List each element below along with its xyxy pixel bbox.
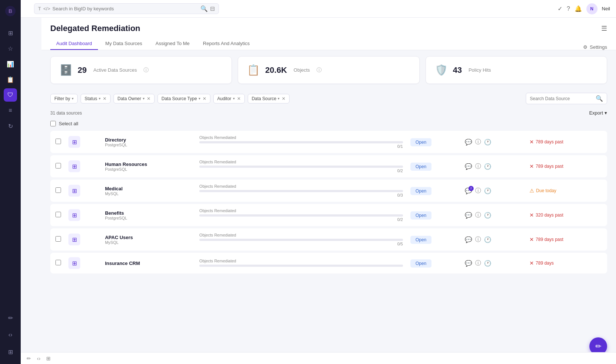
- close-icon[interactable]: ✕: [203, 96, 206, 101]
- close-icon[interactable]: ✕: [237, 96, 241, 101]
- stat-label-policy: Policy Hits: [468, 67, 491, 73]
- avatar[interactable]: N: [586, 3, 598, 14]
- status-badge[interactable]: Open: [410, 211, 431, 220]
- menu-icon[interactable]: ☰: [601, 24, 607, 33]
- settings-button[interactable]: ⚙ Settings: [583, 44, 607, 50]
- row-checkbox[interactable]: [55, 187, 61, 193]
- clock-icon[interactable]: 🕐: [484, 260, 491, 267]
- info-icon[interactable]: ⓘ: [475, 138, 481, 146]
- status-badge[interactable]: Open: [410, 163, 431, 171]
- filter-icon[interactable]: ⊟: [210, 5, 215, 12]
- info-icon-ds[interactable]: ⓘ: [143, 67, 149, 74]
- status-cell: Open: [407, 155, 461, 177]
- topbar-search-container[interactable]: T </> 🔍 ⊟: [34, 3, 219, 14]
- ds-name-cell: APAC Users MySQL: [101, 228, 196, 251]
- sidebar-item-collapse[interactable]: ‹›: [4, 328, 17, 341]
- clock-icon[interactable]: 🕐: [484, 212, 491, 219]
- auditor-filter-label: Auditor: [217, 96, 231, 101]
- filter-by-chip[interactable]: Filter by ▾: [50, 94, 78, 103]
- tab-audit-dashboard[interactable]: Audit Dashboard: [50, 38, 98, 50]
- sidebar-item-refresh[interactable]: ↻: [4, 119, 17, 133]
- sidebar-item-chart[interactable]: 📊: [4, 57, 17, 71]
- select-all-checkbox[interactable]: [50, 121, 56, 126]
- info-icon[interactable]: ⓘ: [475, 211, 481, 219]
- sidebar-item-report[interactable]: 📋: [4, 73, 17, 86]
- sidebar-item-edit[interactable]: ✏: [4, 311, 17, 324]
- clock-icon[interactable]: 🕐: [484, 163, 491, 170]
- info-icon[interactable]: ⓘ: [475, 259, 481, 267]
- close-icon[interactable]: ✕: [282, 96, 285, 101]
- filter-status-chip[interactable]: Status ▾ ✕: [81, 94, 111, 103]
- info-icon[interactable]: ⓘ: [475, 236, 481, 244]
- ds-icon-cell: ⊞: [65, 253, 101, 273]
- comment-icon[interactable]: 💬2: [465, 187, 472, 194]
- clock-icon[interactable]: 🕐: [484, 236, 491, 243]
- arrows-icon[interactable]: ‹›: [37, 356, 40, 361]
- filter-datasource-chip[interactable]: Data Source ▾ ✕: [248, 94, 290, 103]
- help-icon[interactable]: ?: [567, 6, 570, 12]
- tab-my-data-sources[interactable]: My Data Sources: [99, 38, 148, 50]
- bell-icon[interactable]: 🔔: [575, 5, 582, 12]
- warning-icon: ⚠: [529, 188, 534, 194]
- comment-icon[interactable]: 💬: [465, 236, 472, 243]
- check-icon[interactable]: ✓: [558, 5, 562, 12]
- search-datasource-input[interactable]: [530, 96, 593, 101]
- grid-icon[interactable]: ⊞: [46, 356, 51, 361]
- close-icon[interactable]: ✕: [147, 96, 150, 101]
- row-checkbox[interactable]: [55, 236, 61, 242]
- export-button[interactable]: Export ▾: [589, 110, 607, 116]
- filters-row: Filter by ▾ Status ▾ ✕ Data Owner ▾ ✕ Da…: [41, 90, 616, 107]
- chevron-down-icon: ▾: [199, 96, 200, 101]
- page-title: Delegated Remediation: [50, 24, 140, 33]
- row-checkbox[interactable]: [55, 163, 61, 169]
- comment-icon[interactable]: 💬: [465, 163, 472, 170]
- ds-name-cell: Directory PostgreSQL: [101, 131, 196, 153]
- status-badge[interactable]: Open: [410, 187, 431, 195]
- policy-icon: 🛡️: [435, 64, 448, 76]
- sidebar-item-apps[interactable]: ⊞: [4, 345, 17, 358]
- progress-count: 0/5: [199, 242, 403, 246]
- filter-dataowner-chip[interactable]: Data Owner ▾ ✕: [114, 94, 155, 103]
- comment-icon[interactable]: 💬: [465, 139, 472, 146]
- stat-label-objects: Objects: [294, 67, 310, 73]
- tab-assigned-to-me[interactable]: Assigned To Me: [150, 38, 196, 50]
- due-cell: ✕ 789 days past: [526, 131, 607, 153]
- sidebar-item-star[interactable]: ☆: [4, 42, 17, 55]
- clock-icon[interactable]: 🕐: [484, 187, 491, 194]
- info-icon[interactable]: ⓘ: [475, 163, 481, 170]
- search-datasource-box[interactable]: 🔍: [526, 93, 607, 104]
- due-cell: ✕ 789 days past: [526, 228, 607, 251]
- stats-row: 🗄️ 29 Active Data Sources ⓘ 📋 20.6K Obje…: [41, 50, 616, 90]
- status-badge[interactable]: Open: [410, 236, 431, 244]
- row-checkbox[interactable]: [55, 260, 61, 265]
- sidebar-item-shield[interactable]: 🛡: [4, 88, 17, 102]
- row-checkbox[interactable]: [55, 139, 61, 144]
- comment-icon[interactable]: 💬: [465, 260, 472, 267]
- user-name[interactable]: Neil: [602, 6, 610, 11]
- due-date: ✕ 320 days past: [529, 212, 602, 218]
- status-badge[interactable]: Open: [410, 138, 431, 146]
- search-icon[interactable]: 🔍: [200, 5, 208, 12]
- close-icon[interactable]: ✕: [103, 96, 106, 101]
- app-logo[interactable]: B: [4, 4, 17, 18]
- due-text: 789 days past: [536, 237, 563, 242]
- search-icon[interactable]: 🔍: [596, 95, 603, 102]
- ds-db-type: PostgreSQL: [105, 167, 192, 171]
- tab-reports-analytics[interactable]: Reports And Analytics: [197, 38, 255, 50]
- clock-icon[interactable]: 🕐: [484, 139, 491, 146]
- sidebar-item-list[interactable]: ≡: [4, 104, 17, 117]
- comment-icon[interactable]: 💬: [465, 212, 472, 219]
- filter-auditor-chip[interactable]: Auditor ▾ ✕: [213, 94, 245, 103]
- filter-dstype-chip[interactable]: Data Source Type ▾ ✕: [158, 94, 210, 103]
- status-badge[interactable]: Open: [410, 259, 431, 268]
- info-icon[interactable]: ⓘ: [475, 187, 481, 195]
- action-icons-cell: 💬 ⓘ 🕐: [461, 204, 526, 226]
- ds-name: Human Resources: [105, 161, 192, 167]
- stat-value-objects: 20.6K: [265, 65, 287, 75]
- table-row: ⊞ Insurance CRM Objects Remediated Open …: [50, 253, 607, 273]
- pencil-icon[interactable]: ✏: [27, 356, 31, 361]
- topbar-search-input[interactable]: [53, 6, 198, 11]
- info-icon-objects[interactable]: ⓘ: [317, 67, 322, 74]
- sidebar-item-grid[interactable]: ⊞: [4, 26, 17, 40]
- row-checkbox[interactable]: [55, 212, 61, 217]
